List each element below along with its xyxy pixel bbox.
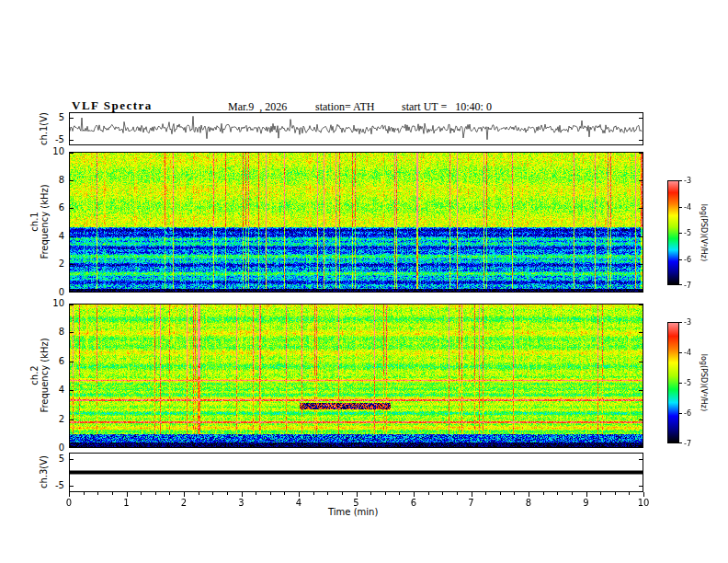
y-tick-mark xyxy=(639,459,643,460)
y-tick-mark xyxy=(70,362,74,362)
x-minor-tick-mark xyxy=(428,492,429,495)
y-tick-label: 5 xyxy=(35,112,64,123)
y-tick-mark xyxy=(639,390,643,391)
x-tick-mark xyxy=(127,492,128,497)
time-axis-label: Time (min) xyxy=(328,507,378,517)
x-tick-mark xyxy=(643,492,644,497)
x-tick-mark xyxy=(242,492,243,497)
colorbar-tick-label: -6 xyxy=(684,409,700,418)
y-tick-label: 0 xyxy=(35,442,64,454)
y-tick-mark xyxy=(70,446,74,447)
x-minor-tick-mark xyxy=(485,492,486,495)
y-tick-mark xyxy=(70,180,74,181)
colorbar-tick-label: -4 xyxy=(684,349,700,357)
colorbar-tick-mark xyxy=(679,259,682,260)
y-tick-mark xyxy=(639,180,643,181)
y-tick-mark xyxy=(639,419,643,420)
x-minor-tick-mark xyxy=(385,492,386,495)
y-tick-mark xyxy=(70,236,74,237)
y-tick-mark xyxy=(70,153,74,154)
x-minor-tick-mark xyxy=(141,492,142,495)
x-minor-tick-mark xyxy=(615,492,616,495)
ch2-spectrogram-canvas xyxy=(70,304,643,447)
y-tick-mark xyxy=(70,390,74,391)
colorbar-tick-label: -5 xyxy=(684,379,700,387)
x-minor-tick-mark xyxy=(169,492,170,495)
x-tick-label: 1 xyxy=(116,498,138,508)
colorbar-tick-label: -3 xyxy=(684,318,700,327)
colorbar-tick-label: -7 xyxy=(684,282,700,290)
ch1-frequency-axis-label: ch.1 Frequency (kHz) xyxy=(29,184,50,259)
colorbar-tick-mark xyxy=(679,207,682,208)
x-tick-label: 5 xyxy=(346,498,368,508)
x-tick-label: 3 xyxy=(231,498,253,508)
x-minor-tick-mark xyxy=(227,492,228,495)
y-tick-label: 2 xyxy=(35,414,64,425)
x-minor-tick-mark xyxy=(256,492,256,495)
y-tick-label: 5 xyxy=(35,454,64,465)
x-minor-tick-mark xyxy=(457,492,458,495)
y-tick-label: 4 xyxy=(35,231,64,242)
x-minor-tick-mark xyxy=(629,492,630,495)
x-minor-tick-mark xyxy=(155,492,156,495)
x-minor-tick-mark xyxy=(327,492,328,495)
colorbar-tick-mark xyxy=(679,413,682,414)
y-tick-mark xyxy=(639,140,643,141)
x-minor-tick-mark xyxy=(199,492,199,495)
ch1-waveform-canvas xyxy=(70,113,643,144)
x-minor-tick-mark xyxy=(212,492,213,495)
colorbar-tick-mark xyxy=(679,180,682,181)
x-minor-tick-mark xyxy=(514,492,515,495)
x-minor-tick-mark xyxy=(270,492,271,495)
x-minor-tick-mark xyxy=(112,492,113,495)
x-tick-mark xyxy=(69,492,70,497)
y-tick-mark xyxy=(70,291,74,292)
colorbar-ch2 xyxy=(667,322,679,443)
colorbar-tick-label: -3 xyxy=(684,177,700,185)
x-minor-tick-mark xyxy=(572,492,573,495)
y-tick-mark xyxy=(639,236,643,237)
y-tick-mark xyxy=(639,291,643,292)
colorbar-tick-label: -5 xyxy=(684,229,700,237)
y-tick-mark xyxy=(70,304,74,305)
y-tick-label: -5 xyxy=(35,480,64,491)
panel-ch2-spectrogram xyxy=(69,304,643,448)
ch1-channel-label: ch.1 xyxy=(29,184,40,259)
y-tick-label: 10 xyxy=(35,298,64,309)
x-minor-tick-mark xyxy=(399,492,400,495)
x-minor-tick-mark xyxy=(284,492,285,495)
y-tick-mark xyxy=(70,332,74,333)
y-tick-mark xyxy=(70,208,74,209)
vlf-spectra-figure: VLF Spectra Mar.9 , 2026 station= ATH st… xyxy=(0,0,728,563)
y-tick-mark xyxy=(70,140,74,141)
y-tick-mark xyxy=(70,419,74,420)
ch2-frequency-label: Frequency (kHz) xyxy=(40,338,50,412)
y-tick-label: -5 xyxy=(35,134,64,145)
ch1-frequency-label: Frequency (kHz) xyxy=(40,184,50,259)
y-tick-mark xyxy=(639,332,643,333)
x-minor-tick-mark xyxy=(84,492,85,495)
colorbar-tick-mark xyxy=(679,233,682,234)
x-minor-tick-mark xyxy=(313,492,314,495)
colorbar-tick-label: -4 xyxy=(684,203,700,212)
x-minor-tick-mark xyxy=(442,492,443,495)
colorbar-tick-mark xyxy=(679,383,682,384)
panel-ch1-spectrogram xyxy=(69,152,643,293)
x-minor-tick-mark xyxy=(557,492,558,495)
x-tick-label: 6 xyxy=(403,498,425,508)
x-tick-label: 9 xyxy=(575,498,597,508)
panel-ch1-waveform xyxy=(69,112,643,145)
x-tick-label: 8 xyxy=(518,498,540,508)
y-tick-label: 2 xyxy=(35,259,64,270)
x-minor-tick-mark xyxy=(370,492,371,495)
ch2-frequency-axis-label: ch.2 Frequency (kHz) xyxy=(29,338,50,412)
x-minor-tick-mark xyxy=(600,492,601,495)
x-minor-tick-mark xyxy=(543,492,544,495)
y-tick-label: 0 xyxy=(35,287,64,298)
x-tick-mark xyxy=(299,492,300,497)
y-tick-mark xyxy=(639,153,643,154)
colorbar-tick-mark xyxy=(679,442,682,443)
colorbar-tick-mark xyxy=(679,322,682,323)
y-tick-mark xyxy=(70,118,74,119)
figure-title: VLF Spectra xyxy=(72,98,153,113)
